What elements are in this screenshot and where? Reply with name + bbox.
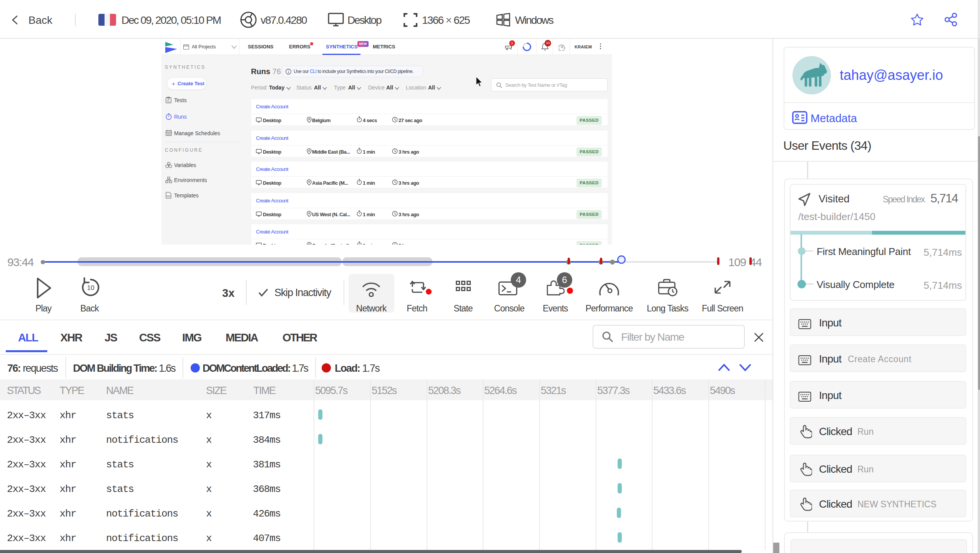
svg-text:10: 10 [87,284,95,291]
